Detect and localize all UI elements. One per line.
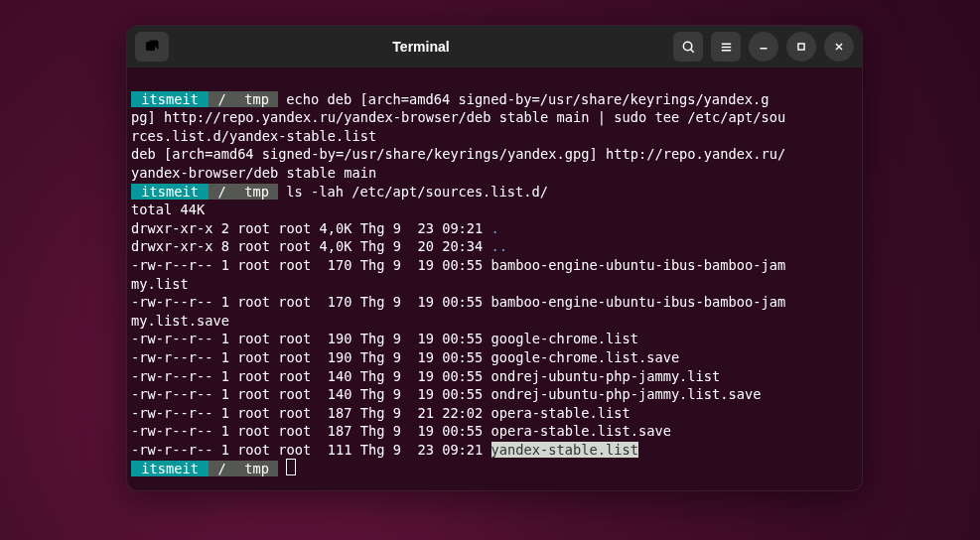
- command-2: ls -lah /etc/apt/sources.list.d/: [278, 184, 548, 200]
- cursor: [286, 459, 296, 475]
- prompt-user: itsmeit: [131, 184, 209, 200]
- terminal-window: Terminal itsmeit / tmp echo deb [arch=am…: [126, 25, 863, 491]
- prompt: itsmeit / tmp: [131, 184, 278, 200]
- prompt: itsmeit / tmp: [131, 461, 278, 476]
- output-line: -rw-r--r-- 1 root root 170 Thg 9 19 00:5…: [131, 257, 785, 273]
- highlighted-file: yandex-stable.list: [491, 442, 638, 458]
- output-line: total 44K: [131, 202, 205, 217]
- command-1: echo deb [arch=amd64 signed-by=/usr/shar…: [278, 91, 769, 107]
- prompt-path: tmp: [235, 461, 278, 476]
- output-line: -rw-r--r-- 1 root root 170 Thg 9 19 00:5…: [131, 294, 785, 310]
- prompt: itsmeit / tmp: [131, 91, 278, 107]
- minimize-button[interactable]: [749, 32, 778, 62]
- new-tab-button[interactable]: [135, 32, 169, 62]
- prompt-path: tmp: [235, 184, 278, 200]
- output-line: -rw-r--r-- 1 root root 187 Thg 9 19 00:5…: [131, 423, 671, 439]
- svg-rect-2: [798, 44, 804, 50]
- output-line: -rw-r--r-- 1 root root 140 Thg 9 19 00:5…: [131, 368, 720, 384]
- prompt-user: itsmeit: [131, 91, 209, 107]
- terminal-content[interactable]: itsmeit / tmp echo deb [arch=amd64 signe…: [127, 68, 862, 491]
- output-line: deb [arch=amd64 signed-by=/usr/share/key…: [131, 146, 785, 162]
- titlebar: Terminal: [127, 26, 862, 68]
- output-line: -rw-r--r-- 1 root root 111 Thg 9 23 09:2…: [131, 442, 491, 458]
- menu-button[interactable]: [711, 32, 741, 62]
- output-line: drwxr-xr-x 2 root root 4,0K Thg 9 23 09:…: [131, 220, 491, 236]
- output-line: rces.list.d/yandex-stable.list: [131, 128, 376, 144]
- maximize-button[interactable]: [786, 32, 816, 62]
- svg-point-1: [683, 42, 691, 50]
- output-line: yandex-browser/deb stable main: [131, 165, 376, 181]
- prompt-path-sep: /: [209, 461, 235, 476]
- prompt-path: tmp: [235, 91, 278, 107]
- output-line: my.list: [131, 276, 189, 292]
- output-line: drwxr-xr-x 8 root root 4,0K Thg 9 20 20:…: [131, 238, 491, 254]
- dir-name: ..: [491, 238, 507, 254]
- prompt-path-sep: /: [209, 91, 235, 107]
- output-line: -rw-r--r-- 1 root root 190 Thg 9 19 00:5…: [131, 331, 638, 346]
- output-line: -rw-r--r-- 1 root root 190 Thg 9 19 00:5…: [131, 349, 679, 365]
- output-line: -rw-r--r-- 1 root root 187 Thg 9 21 22:0…: [131, 405, 630, 421]
- output-line: pg] http://repo.yandex.ru/yandex-browser…: [131, 109, 785, 125]
- output-line: my.list.save: [131, 313, 229, 329]
- prompt-path-sep: /: [209, 184, 235, 200]
- window-title: Terminal: [177, 39, 665, 55]
- close-button[interactable]: [824, 32, 854, 62]
- output-line: -rw-r--r-- 1 root root 140 Thg 9 19 00:5…: [131, 386, 762, 402]
- dir-name: .: [491, 220, 499, 236]
- prompt-user: itsmeit: [131, 461, 209, 476]
- search-button[interactable]: [673, 32, 703, 62]
